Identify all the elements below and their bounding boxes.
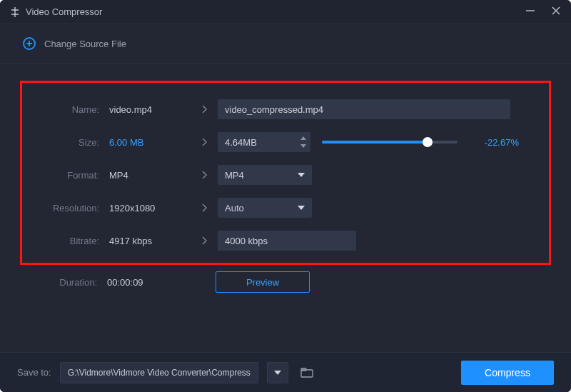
- source-format: MP4: [99, 170, 192, 181]
- window: Video Compressor Change Source File Name…: [0, 0, 571, 392]
- titlebar-right: [525, 6, 561, 18]
- row-resolution: Resolution: 1920x1080 Auto: [38, 191, 533, 224]
- output-size-input[interactable]: [218, 132, 310, 152]
- minimize-button[interactable]: [525, 6, 535, 18]
- label-format: Format:: [38, 170, 99, 181]
- stepper-up-icon[interactable]: [300, 136, 306, 140]
- window-title: Video Compressor: [26, 6, 102, 17]
- source-resolution: 1920x1080: [99, 203, 192, 213]
- source-duration: 00:00:09: [97, 277, 190, 288]
- source-bitrate: 4917 kbps: [99, 236, 192, 246]
- label-bitrate: Bitrate:: [38, 236, 99, 246]
- titlebar: Video Compressor: [0, 0, 571, 24]
- close-button[interactable]: [551, 6, 561, 18]
- save-path-input[interactable]: [60, 362, 258, 383]
- change-source-button[interactable]: Change Source File: [0, 24, 571, 64]
- slider-thumb[interactable]: [423, 137, 433, 147]
- output-bitrate-input[interactable]: [218, 231, 356, 251]
- size-slider[interactable]: [322, 141, 458, 144]
- label-name: Name:: [38, 104, 99, 115]
- row-size: Size: 6.00 MB -22.67%: [38, 126, 533, 159]
- row-name: Name: video.mp4: [38, 93, 533, 126]
- chevron-down-icon: [298, 173, 305, 177]
- chevron-right-icon: [192, 138, 218, 146]
- main-panel: Name: video.mp4 Size: 6.00 MB: [0, 64, 571, 306]
- app-icon: [10, 7, 20, 17]
- change-source-label: Change Source File: [44, 39, 126, 49]
- plus-circle-icon: [23, 37, 36, 50]
- chevron-right-icon: [192, 105, 218, 114]
- label-save-to: Save to:: [17, 367, 51, 378]
- folder-icon: [300, 368, 313, 378]
- stepper-down-icon[interactable]: [300, 144, 306, 148]
- slider-fill: [322, 141, 428, 144]
- size-delta-percent: -22.67%: [469, 137, 519, 148]
- output-size-stepper[interactable]: [218, 132, 310, 152]
- chevron-right-icon: [192, 171, 218, 179]
- titlebar-left: Video Compressor: [10, 6, 102, 17]
- bottom-bar: Save to: Compress: [0, 352, 571, 392]
- compress-button[interactable]: Compress: [461, 361, 554, 385]
- source-size: 6.00 MB: [99, 137, 192, 148]
- chevron-right-icon: [192, 236, 218, 245]
- output-format-value: MP4: [225, 170, 244, 181]
- output-format-select[interactable]: MP4: [218, 165, 312, 185]
- preview-button[interactable]: Preview: [216, 271, 310, 293]
- chevron-down-icon: [274, 371, 281, 375]
- label-duration: Duration:: [36, 277, 97, 288]
- row-format: Format: MP4 MP4: [38, 159, 533, 191]
- output-resolution-value: Auto: [225, 203, 244, 213]
- open-folder-button[interactable]: [297, 363, 317, 383]
- chevron-right-icon: [192, 203, 218, 212]
- label-resolution: Resolution:: [38, 203, 99, 213]
- output-resolution-select[interactable]: Auto: [218, 198, 312, 218]
- source-name: video.mp4: [99, 104, 192, 115]
- chevron-down-icon: [298, 206, 305, 210]
- output-name-input[interactable]: [218, 99, 510, 119]
- label-size: Size:: [38, 137, 99, 148]
- save-path-dropdown[interactable]: [267, 362, 288, 383]
- row-bitrate: Bitrate: 4917 kbps: [38, 224, 533, 257]
- highlighted-settings: Name: video.mp4 Size: 6.00 MB: [20, 81, 551, 265]
- row-duration: Duration: 00:00:09 Preview: [20, 265, 551, 299]
